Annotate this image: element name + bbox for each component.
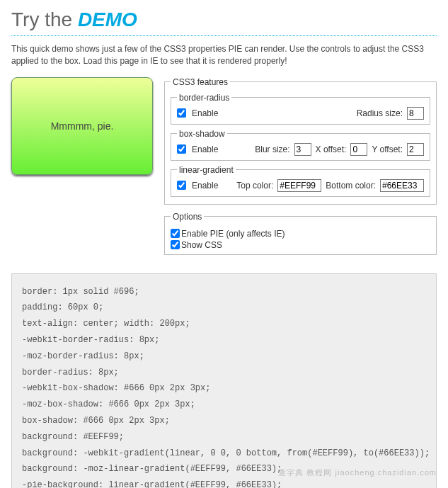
intro-text: This quick demo shows just a few of the … xyxy=(11,43,437,67)
top-color-input[interactable] xyxy=(277,179,321,192)
linear-gradient-legend: linear-gradient xyxy=(177,165,236,175)
box-shadow-enable-checkbox[interactable] xyxy=(177,144,186,154)
demo-preview-text: Mmmmm, pie. xyxy=(51,120,114,132)
watermark-text: 查字典 教程网 jiaocheng.chazidian.com xyxy=(278,467,437,478)
box-shadow-enable-label[interactable]: Enable xyxy=(192,144,218,154)
page-title: Try the DEMO xyxy=(11,8,437,31)
y-offset-label: Y offset: xyxy=(372,144,403,154)
x-offset-label: X offset: xyxy=(316,144,347,154)
border-radius-enable-checkbox[interactable] xyxy=(177,108,186,118)
enable-pie-label[interactable]: Enable PIE (only affects IE) xyxy=(181,229,285,239)
title-demo-word: DEMO xyxy=(78,8,137,30)
enable-pie-checkbox[interactable] xyxy=(171,229,180,238)
linear-gradient-fieldset: linear-gradient Enable Top color: Bottom… xyxy=(171,165,430,197)
blur-size-input[interactable] xyxy=(294,143,311,156)
css3-features-fieldset: CSS3 features border-radius Enable Radiu… xyxy=(164,77,437,205)
show-css-label[interactable]: Show CSS xyxy=(181,240,222,250)
css3-features-legend: CSS3 features xyxy=(171,77,230,87)
radius-size-input[interactable] xyxy=(407,107,424,120)
y-offset-input[interactable] xyxy=(407,143,424,156)
x-offset-input[interactable] xyxy=(350,143,367,156)
bottom-color-label: Bottom color: xyxy=(326,181,376,191)
controls-panel: CSS3 features border-radius Enable Radiu… xyxy=(164,77,437,262)
linear-gradient-enable-checkbox[interactable] xyxy=(177,181,186,190)
linear-gradient-enable-label[interactable]: Enable xyxy=(192,181,218,191)
title-prefix: Try the xyxy=(11,8,78,30)
box-shadow-fieldset: box-shadow Enable Blur size: X offset: Y… xyxy=(171,129,430,161)
options-fieldset: Options Enable PIE (only affects IE) Sho… xyxy=(164,212,437,255)
border-radius-fieldset: border-radius Enable Radius size: xyxy=(171,93,430,125)
radius-size-label: Radius size: xyxy=(357,108,403,118)
css-output-block: border: 1px solid #696; padding: 60px 0;… xyxy=(11,273,437,488)
bottom-color-input[interactable] xyxy=(380,179,424,192)
border-radius-legend: border-radius xyxy=(177,93,231,103)
options-legend: Options xyxy=(171,212,204,222)
box-shadow-legend: box-shadow xyxy=(177,129,227,139)
show-css-checkbox[interactable] xyxy=(171,240,180,249)
demo-preview-box: Mmmmm, pie. xyxy=(11,77,153,175)
title-divider xyxy=(11,35,437,36)
blur-size-label: Blur size: xyxy=(255,144,289,154)
top-color-label: Top color: xyxy=(236,181,273,191)
border-radius-enable-label[interactable]: Enable xyxy=(192,108,218,118)
